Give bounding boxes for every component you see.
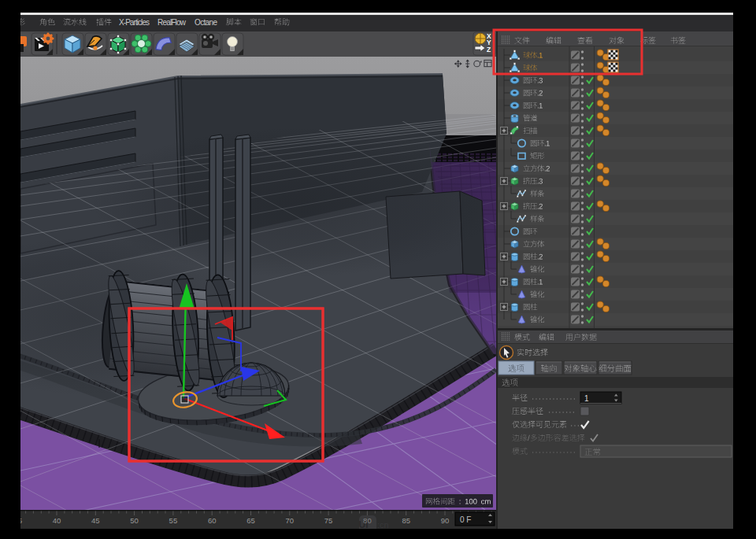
svg-text:1: 1: [584, 394, 589, 403]
svg-text:Octane: Octane: [195, 18, 217, 27]
svg-text:40: 40: [53, 516, 61, 525]
svg-text:UI: UI: [359, 519, 369, 530]
svg-text:85: 85: [402, 516, 410, 525]
svg-text:Z: Z: [487, 46, 491, 54]
svg-text:75: 75: [324, 516, 333, 525]
svg-text:90: 90: [441, 516, 450, 525]
svg-text:55: 55: [169, 516, 178, 525]
svg-text:45: 45: [91, 516, 100, 525]
svg-text:60: 60: [208, 516, 217, 525]
svg-text:50: 50: [130, 516, 139, 525]
svg-text::cn: :cn: [377, 520, 389, 530]
svg-text:RealFlow: RealFlow: [158, 18, 187, 27]
svg-text:0 F: 0 F: [460, 515, 471, 524]
svg-text:X-Particles: X-Particles: [119, 18, 150, 27]
svg-text:70: 70: [286, 516, 295, 525]
svg-text:65: 65: [246, 516, 255, 525]
